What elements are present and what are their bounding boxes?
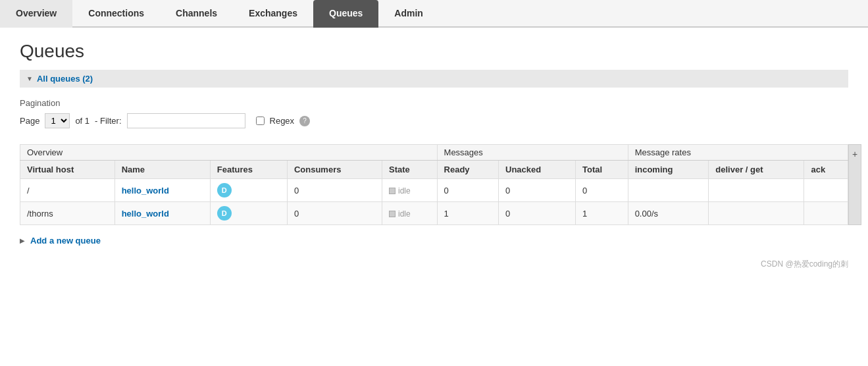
nav-queues[interactable]: Queues xyxy=(313,0,378,28)
cell-consumers: 0 xyxy=(287,202,382,225)
cell-virtual-host: /thorns xyxy=(20,202,115,225)
col-ack: ack xyxy=(804,161,848,179)
col-deliver-get: deliver / get xyxy=(709,161,804,179)
add-queue-section[interactable]: ▶ Add a new queue xyxy=(20,236,848,246)
cell-state: idle xyxy=(382,179,437,202)
cell-total: 1 xyxy=(576,202,628,225)
cell-name[interactable]: hello_world xyxy=(115,202,210,225)
cell-deliver-get xyxy=(709,179,804,202)
cell-ready: 1 xyxy=(437,202,498,225)
cell-unacked: 0 xyxy=(499,179,576,202)
group-header-messages: Messages xyxy=(437,145,628,161)
page-label-text: Page xyxy=(20,116,39,126)
group-header-message-rates: Message rates xyxy=(628,145,848,161)
nav-channels[interactable]: Channels xyxy=(160,0,233,28)
add-queue-arrow: ▶ xyxy=(20,237,25,244)
table-wrapper: Overview Messages Message rates Virtual … xyxy=(20,144,848,225)
cell-name[interactable]: hello_world xyxy=(115,179,210,202)
cell-virtual-host: / xyxy=(20,179,115,202)
col-name: Name xyxy=(115,161,210,179)
section-header[interactable]: ▼ All queues (2) xyxy=(20,70,848,88)
page-title: Queues xyxy=(20,41,848,62)
watermark: CSDN @热爱coding的刺 xyxy=(20,259,848,270)
col-ready: Ready xyxy=(437,161,498,179)
cell-total: 0 xyxy=(576,179,628,202)
state-label: idle xyxy=(398,186,411,196)
nav-connections[interactable]: Connections xyxy=(72,0,160,28)
pagination-row: Page 1 of 1 - Filter: Regex ? xyxy=(20,113,848,128)
section-title: All queues (2) xyxy=(37,74,93,84)
cell-consumers: 0 xyxy=(287,179,382,202)
cell-features: D xyxy=(210,179,287,202)
cell-incoming xyxy=(628,179,709,202)
filter-input[interactable] xyxy=(127,113,245,128)
col-features: Features xyxy=(210,161,287,179)
cell-incoming: 0.00/s xyxy=(628,202,709,225)
cell-ack xyxy=(804,202,848,225)
nav-overview[interactable]: Overview xyxy=(0,0,72,28)
page-content: Queues ▼ All queues (2) Pagination Page … xyxy=(0,28,868,283)
table-row: /thorns hello_world D 0 idle 1 0 1 0.00/… xyxy=(20,202,848,225)
section-arrow: ▼ xyxy=(26,75,33,82)
col-total: Total xyxy=(576,161,628,179)
page-select[interactable]: 1 xyxy=(45,113,70,128)
queue-table: Overview Messages Message rates Virtual … xyxy=(20,144,848,225)
regex-label: Regex xyxy=(270,116,295,126)
feature-badge: D xyxy=(217,206,232,221)
main-nav: Overview Connections Channels Exchanges … xyxy=(0,0,868,28)
state-dot xyxy=(389,211,396,217)
help-button[interactable]: ? xyxy=(299,116,310,126)
cell-ack xyxy=(804,179,848,202)
regex-checkbox[interactable] xyxy=(256,117,265,125)
queue-name-link[interactable]: hello_world xyxy=(122,209,169,219)
col-unacked: Unacked xyxy=(499,161,576,179)
cell-deliver-get xyxy=(709,202,804,225)
nav-admin[interactable]: Admin xyxy=(378,0,439,28)
queue-name-link[interactable]: hello_world xyxy=(122,186,169,196)
state-dot xyxy=(389,188,396,194)
feature-badge: D xyxy=(217,183,232,197)
add-queue-link[interactable]: Add a new queue xyxy=(30,236,101,246)
add-column-button[interactable]: + xyxy=(848,144,861,225)
col-consumers: Consumers xyxy=(287,161,382,179)
cell-unacked: 0 xyxy=(499,202,576,225)
col-state: State xyxy=(382,161,437,179)
pagination-label: Pagination xyxy=(20,98,848,108)
col-incoming: incoming xyxy=(628,161,709,179)
cell-ready: 0 xyxy=(437,179,498,202)
filter-label: - Filter: xyxy=(95,116,121,126)
col-virtual-host: Virtual host xyxy=(20,161,115,179)
table-row: / hello_world D 0 idle 0 0 0 xyxy=(20,179,848,202)
group-header-overview: Overview xyxy=(20,145,438,161)
cell-state: idle xyxy=(382,202,437,225)
state-label: idle xyxy=(398,209,411,219)
of-label: of 1 xyxy=(75,116,89,126)
cell-features: D xyxy=(210,202,287,225)
nav-exchanges[interactable]: Exchanges xyxy=(233,0,313,28)
